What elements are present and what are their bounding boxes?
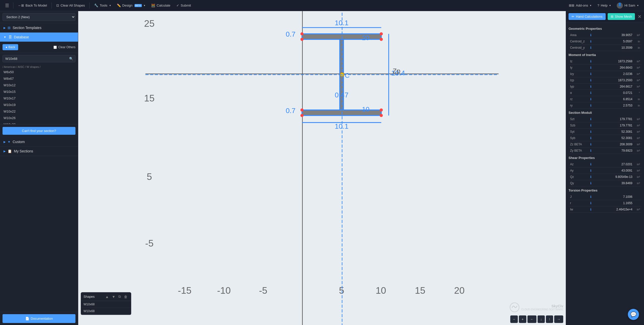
addons-button[interactable]: ⊞⊞ Add-ons ▾ [566, 3, 594, 8]
info-icon[interactable]: ℹ [589, 194, 593, 200]
db-list-item[interactable]: W10x22 [0, 108, 78, 115]
prop-value: 1.1655 [593, 200, 634, 206]
db-list-item[interactable]: W10x12 [0, 82, 78, 89]
info-icon[interactable]: ℹ [589, 90, 593, 96]
db-list-item[interactable]: W8x67 [0, 75, 78, 82]
prop-name: Zy BETA [569, 148, 589, 154]
info-icon[interactable]: ℹ [589, 148, 593, 154]
avatar: 👤 [617, 3, 623, 9]
info-icon[interactable]: ℹ [589, 58, 593, 65]
pan-left-button[interactable]: ← [527, 315, 536, 323]
prop-name: Iz [569, 58, 589, 65]
chat-button[interactable]: 💬 [628, 309, 639, 320]
sidebar-item-custom[interactable]: ▶ ✦ Custom [0, 137, 78, 147]
user-chevron: ▾ [637, 4, 638, 7]
sidebar-item-my-sections[interactable]: ▶ 📋 My Sections [0, 147, 78, 156]
design-icon: ✏️ [117, 4, 121, 7]
inertia-title: Moment of Inertia [569, 53, 641, 57]
tools-button[interactable]: 🔧 Tools ▾ [92, 3, 113, 8]
db-list-item[interactable]: W6x50 [0, 69, 78, 75]
info-icon[interactable]: ℹ [589, 180, 593, 186]
prop-value: 39.8469 [593, 180, 634, 186]
table-row: Syt ℹ 52.3081 in³ [569, 129, 641, 135]
info-icon[interactable]: ℹ [589, 65, 593, 71]
tools-icon: 🔧 [94, 4, 98, 7]
db-list-item[interactable]: W10x15 [0, 89, 78, 95]
shapes-buttons: ▲ ▼ ⧉ 🗑 [104, 294, 128, 299]
prop-value: 7.1006 [593, 194, 634, 200]
back-to-model-button[interactable]: ←⊞ Back To Model [15, 3, 49, 8]
info-icon[interactable]: ℹ [589, 77, 593, 84]
back-dot-icon: ● [6, 45, 7, 49]
hand-calculations-button[interactable]: ✏ Hand Calculations [569, 13, 606, 20]
info-icon[interactable]: ℹ [589, 38, 593, 45]
section-select[interactable]: Section 2 (New) [3, 13, 75, 21]
help-button[interactable]: ? Help ▾ [595, 3, 613, 8]
check-icon: ✓ [176, 4, 179, 7]
svg-text:5: 5 [339, 285, 344, 296]
design-button[interactable]: ✏️ Design BETA ▾ [114, 3, 148, 8]
info-icon[interactable]: ℹ [589, 45, 593, 51]
cant-find-button[interactable]: Can't find your section? [3, 127, 75, 135]
info-icon[interactable]: ℹ [589, 84, 593, 90]
info-icon[interactable]: ℹ [589, 141, 593, 148]
clear-all-shapes-button[interactable]: ⊡ Clear All Shapes [54, 3, 87, 8]
db-list[interactable]: W6x50W8x67W10x12W10x15W10x17W10x19W10x22… [0, 69, 78, 124]
search-input[interactable] [3, 55, 67, 62]
table-row: Qz ℹ 9.80549e-13 in³ [569, 174, 641, 180]
shapes-delete-button[interactable]: 🗑 [123, 294, 128, 299]
back-button[interactable]: ● Back [3, 44, 18, 50]
show-mesh-button[interactable]: ⊞ Show Mesh [608, 13, 635, 20]
info-icon[interactable]: ℹ [589, 129, 593, 135]
info-icon[interactable]: ℹ [589, 71, 593, 77]
sidebar-item-section-templates[interactable]: ▶ ⊞ Section Templates [0, 23, 78, 33]
info-icon[interactable]: ℹ [589, 102, 593, 109]
svg-point-24 [300, 114, 303, 117]
prop-name: Centroid_z [569, 38, 589, 45]
prop-unit: in² [634, 32, 641, 38]
sidebar-item-database[interactable]: ▼ 🗄 Database [0, 33, 78, 42]
shapes-down-button[interactable]: ▼ [111, 294, 116, 299]
pan-up-button[interactable]: ↑ [546, 315, 553, 323]
info-icon[interactable]: ℹ [589, 32, 593, 38]
info-icon[interactable]: ℹ [589, 135, 593, 141]
submit-button[interactable]: ✓ Submit [174, 3, 193, 8]
db-list-item[interactable]: W10x17 [0, 95, 78, 102]
zoom-in-button[interactable]: + [519, 315, 526, 323]
info-icon[interactable]: ℹ [589, 174, 593, 180]
calculate-button[interactable]: 🧮 Calculate [149, 3, 173, 8]
table-row: Centroid_z ℹ 5.0597 in [569, 38, 641, 45]
info-icon[interactable]: ℹ [589, 168, 593, 174]
database-icon: 🗄 [8, 35, 12, 39]
navbar: ☰ ←⊞ Back To Model ⊡ Clear All Shapes 🔧 … [0, 0, 644, 11]
table-row: Iyp ℹ 264.6617 in⁴ [569, 84, 641, 90]
expand-icon: ▶ [4, 26, 6, 30]
geometric-table: Area ℹ 39.9057 in² Centroid_z ℹ 5.0597 i… [569, 32, 641, 51]
pan-right-button[interactable]: → [554, 315, 563, 323]
documentation-button[interactable]: 📄 Documentation [3, 314, 75, 323]
db-list-item[interactable]: W10x19 [0, 102, 78, 108]
zoom-out-button[interactable]: − [510, 315, 518, 323]
clear-others-checkbox[interactable] [53, 46, 57, 49]
info-icon[interactable]: ℹ [589, 200, 593, 206]
prop-value: 52.3081 [593, 135, 634, 141]
info-icon[interactable]: ℹ [589, 206, 593, 213]
svg-text:-5: -5 [259, 285, 267, 296]
prop-value: 10.3599 [593, 45, 634, 51]
shapes-up-button[interactable]: ▲ [104, 294, 110, 299]
close-right-panel-button[interactable]: ✕ [638, 14, 641, 19]
menu-button[interactable]: ☰ [3, 2, 11, 9]
shape-item-1[interactable]: W10x68 [81, 301, 131, 308]
info-icon[interactable]: ℹ [589, 116, 593, 122]
pan-down-button[interactable]: ↓ [538, 315, 545, 323]
info-icon[interactable]: ℹ [589, 161, 593, 168]
info-icon[interactable]: ℹ [589, 96, 593, 102]
info-icon[interactable]: ℹ [589, 122, 593, 129]
skyciv-logo [509, 302, 520, 312]
shapes-copy-button[interactable]: ⧉ [117, 294, 122, 299]
table-row: Zz BETA ℹ 208.3009 in³ [569, 141, 641, 148]
db-list-item[interactable]: W10x26 [0, 115, 78, 121]
shape-item-2[interactable]: W10x68 [81, 308, 131, 315]
db-list-item[interactable]: W10x30 [0, 121, 78, 124]
user-button[interactable]: 👤 Hi Sam ▾ [614, 2, 641, 10]
